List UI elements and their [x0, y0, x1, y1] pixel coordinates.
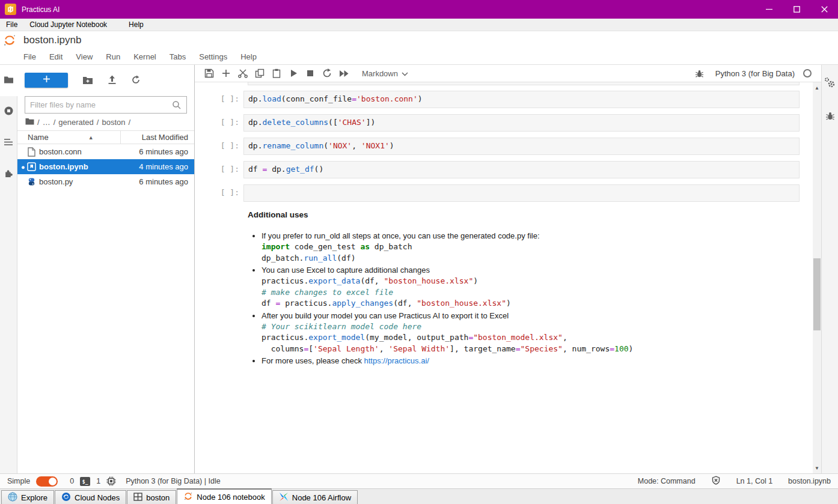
tab-node-106-notebook[interactable]: Node 106 notebook [177, 488, 271, 504]
run-cell-button[interactable] [285, 65, 302, 81]
debugger-tab[interactable] [825, 111, 835, 123]
jl-menu-help[interactable]: Help [234, 52, 263, 61]
simple-mode-toggle[interactable] [36, 476, 58, 487]
jl-menu-view[interactable]: View [69, 52, 99, 61]
markdown-cell[interactable]: Additional uses If you prefer to run_old… [248, 210, 800, 366]
breadcrumb-folder-boston[interactable]: boston [102, 118, 125, 127]
file-row-boston-py[interactable]: ● boston.py 6 minutes ago [17, 174, 194, 189]
cell-input[interactable]: df = dp.get_df() [243, 161, 800, 178]
partially-scrolled-cell[interactable] [248, 82, 800, 85]
refresh-icon[interactable] [131, 75, 141, 85]
scrollbar-up-arrow[interactable]: ▲ [813, 83, 821, 92]
cell-prompt: [ ]: [195, 184, 243, 202]
terminal-icon [80, 477, 90, 486]
markdown-code-block: practicus.export_data(df, "boston_house.… [261, 276, 800, 309]
scrollbar-down-arrow[interactable]: ▼ [813, 464, 821, 472]
new-folder-button[interactable] [82, 76, 93, 85]
simple-mode-label: Simple [7, 477, 30, 485]
code-cell[interactable]: [ ]: [195, 184, 813, 202]
dirty-dot: ● [17, 163, 25, 171]
debugger-bug-icon[interactable] [691, 65, 708, 81]
extension-manager-tab[interactable] [0, 159, 17, 190]
chip-icon [106, 476, 116, 486]
restart-kernel-button[interactable] [319, 65, 335, 81]
jupyter-icon [183, 491, 193, 503]
add-cell-button[interactable] [218, 65, 234, 81]
new-launcher-button[interactable] [25, 73, 68, 88]
window-title: Practicus AI [22, 5, 60, 14]
cloud-icon [61, 492, 71, 503]
grid-icon [133, 493, 142, 503]
kernel-name[interactable]: Python 3 (for Big Data) [715, 69, 795, 78]
restart-run-all-button[interactable] [335, 65, 352, 81]
close-button[interactable] [810, 0, 838, 19]
breadcrumb-sep: / [54, 118, 56, 127]
kernel-status-indicator[interactable] [803, 69, 812, 77]
save-button[interactable] [201, 65, 218, 81]
code-cell[interactable]: [ ]:dp.load(conn_conf_file='boston.conn'… [195, 91, 813, 108]
jl-menu-settings[interactable]: Settings [192, 52, 234, 61]
jl-menu-file[interactable]: File [17, 52, 43, 61]
paste-cell-button[interactable] [268, 65, 285, 81]
home-folder-icon[interactable] [25, 118, 34, 127]
jl-menu-kernel[interactable]: Kernel [127, 52, 163, 61]
tab-explore[interactable]: Explore [1, 490, 54, 504]
file-browser-tab[interactable] [0, 65, 17, 96]
property-inspector-tab[interactable] [824, 77, 836, 91]
practicus-link[interactable]: https://practicus.ai/ [364, 356, 429, 365]
running-kernels-tab[interactable] [0, 96, 17, 127]
menu-help[interactable]: Help [123, 19, 150, 31]
jl-menu-run[interactable]: Run [99, 52, 127, 61]
file-row-boston-conn[interactable]: ● boston.conn 6 minutes ago [17, 144, 194, 159]
menu-cloud-jupyter-notebook[interactable]: Cloud Jupyter Notebook [23, 19, 113, 31]
jl-menu-edit[interactable]: Edit [43, 52, 69, 61]
breadcrumb: / … / generated / boston / [17, 114, 194, 130]
kernel-status-text[interactable]: Python 3 (for Big Data) | Idle [126, 477, 221, 485]
copy-cell-button[interactable] [251, 65, 268, 81]
notebook-scrollbar[interactable]: ▲ ▼ [813, 82, 821, 473]
cell-type-dropdown[interactable]: Markdown [362, 69, 408, 78]
tab-boston[interactable]: boston [127, 490, 176, 504]
upload-icon[interactable] [108, 75, 117, 85]
table-of-contents-tab[interactable] [0, 127, 17, 159]
file-row-boston-ipynb[interactable]: ● boston.ipynb 4 minutes ago [17, 159, 194, 174]
tab-cloud-nodes[interactable]: Cloud Nodes [55, 490, 126, 504]
maximize-button[interactable] [783, 0, 810, 19]
app-window: Practicus AI File Cloud Jupyter Notebook… [0, 0, 838, 504]
tab-node-106-airflow[interactable]: Node 106 Airflow [272, 490, 358, 504]
minimize-button[interactable] [755, 0, 783, 19]
cell-input[interactable]: dp.load(conn_conf_file='boston.conn') [243, 91, 800, 108]
column-name-header[interactable]: Name ▲ [17, 133, 120, 142]
shield-x-icon[interactable] [711, 476, 721, 487]
cell-prompt: [ ]: [195, 91, 243, 108]
puzzle-icon [4, 168, 14, 181]
airflow-icon [279, 492, 289, 503]
code-cell[interactable]: [ ]:dp.rename_column('NOX', 'NOX1') [195, 138, 813, 155]
jupyter-spinner-icon [2, 33, 17, 47]
app-menubar: File Cloud Jupyter Notebook Help [0, 19, 838, 31]
document-title: boston.ipynb [23, 34, 81, 46]
menu-file[interactable]: File [0, 19, 23, 31]
cell-input[interactable]: dp.delete_columns(['CHAS']) [243, 114, 800, 132]
filter-files-input[interactable] [25, 100, 172, 109]
column-modified-header[interactable]: Last Modified [121, 133, 194, 142]
breadcrumb-folder-generated[interactable]: generated [58, 118, 94, 127]
scrollbar-thumb[interactable] [813, 258, 821, 330]
app-taskbar: Explore Cloud Nodes boston Node 106 note… [0, 488, 838, 504]
cell-input[interactable]: dp.rename_column('NOX', 'NOX1') [243, 138, 800, 155]
bullet-text: For more uses, please check [261, 356, 364, 365]
cursor-position[interactable]: Ln 1, Col 1 [736, 477, 772, 485]
markdown-heading: Additional uses [248, 210, 800, 219]
cell-input[interactable] [243, 184, 800, 202]
markdown-bullet: If you prefer to run_old all steps at on… [261, 230, 800, 264]
right-activity-bar [821, 65, 838, 473]
code-cell[interactable]: [ ]:dp.delete_columns(['CHAS']) [195, 114, 813, 132]
cut-cell-button[interactable] [234, 65, 251, 81]
notebook-toolbar: Markdown Python 3 (for Big Data) [195, 65, 821, 82]
stop-kernel-button[interactable] [302, 65, 319, 81]
breadcrumb-sep: / [37, 118, 40, 127]
breadcrumb-ellipsis[interactable]: … [43, 118, 50, 127]
code-cell[interactable]: [ ]:df = dp.get_df() [195, 161, 813, 178]
jl-menu-tabs[interactable]: Tabs [163, 52, 192, 61]
notebook-content[interactable]: [ ]:dp.load(conn_conf_file='boston.conn'… [195, 82, 813, 473]
